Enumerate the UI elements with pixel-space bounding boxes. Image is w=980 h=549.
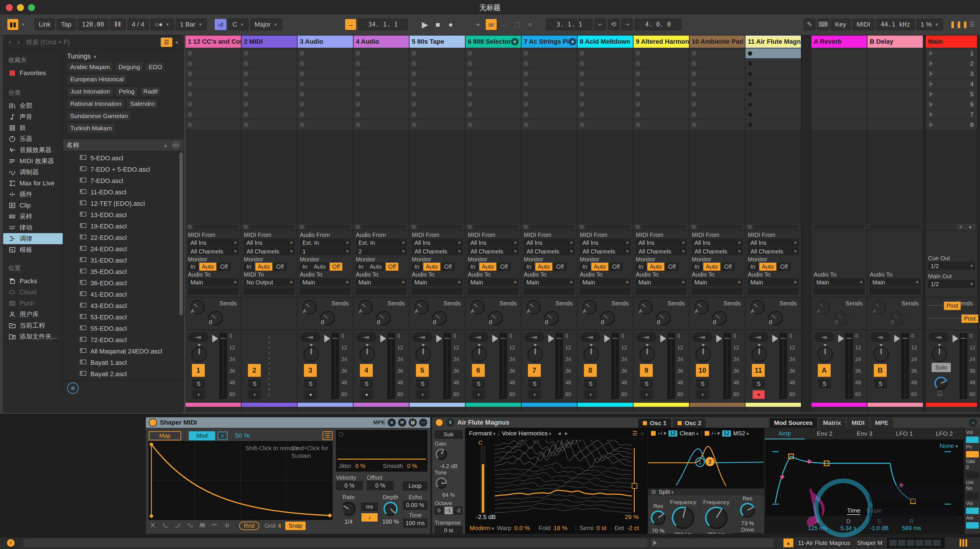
- file-item[interactable]: 41-EDO.ascl: [63, 289, 183, 300]
- solo-button[interactable]: S: [697, 379, 709, 389]
- clip-slot[interactable]: [522, 59, 577, 69]
- clip-slot[interactable]: [409, 79, 465, 89]
- volume-fader-handle[interactable]: [548, 335, 554, 343]
- volume-fader-handle[interactable]: [380, 335, 386, 343]
- track-activator-button[interactable]: 5: [416, 364, 429, 377]
- clip-slot[interactable]: [867, 79, 923, 89]
- clip-view-icon[interactable]: ⊞: [957, 224, 965, 230]
- stop-clips-row[interactable]: [811, 224, 867, 230]
- play-button[interactable]: ▶: [419, 19, 431, 30]
- clip-slot[interactable]: [242, 99, 297, 109]
- input-type-menu[interactable]: Ext. In: [300, 239, 351, 246]
- volume-fader-handle[interactable]: [953, 335, 958, 343]
- monitor-off-button[interactable]: Off: [218, 263, 231, 271]
- arm-button[interactable]: ●: [304, 390, 317, 399]
- clip-slot[interactable]: [353, 59, 409, 69]
- level-meter[interactable]: [331, 333, 339, 399]
- solo-button[interactable]: S: [417, 379, 429, 389]
- input-type-menu[interactable]: All Ins: [468, 239, 519, 246]
- clip-slot[interactable]: [689, 89, 745, 99]
- clip-slot[interactable]: [242, 48, 297, 59]
- clip-slot[interactable]: [633, 59, 689, 69]
- browser-forward-button[interactable]: ›: [14, 38, 23, 46]
- monitor-off-button[interactable]: Off: [666, 263, 678, 271]
- filter2-circuit-menu[interactable]: MS2: [733, 430, 749, 437]
- jitter-value[interactable]: 0 %: [355, 463, 365, 470]
- pan-knob[interactable]: [191, 346, 207, 362]
- arm-button[interactable]: ●: [361, 390, 373, 399]
- monitor-auto-button[interactable]: Auto: [591, 263, 608, 271]
- scene-play-icon[interactable]: [929, 61, 933, 66]
- clip-slot[interactable]: [186, 59, 241, 69]
- track-header[interactable]: 5 80s Tape: [409, 36, 465, 48]
- clip-slot[interactable]: [186, 109, 241, 120]
- tunings-filter-header[interactable]: Tunings ▼: [63, 49, 183, 62]
- clip-slot[interactable]: [811, 79, 867, 89]
- sidebar-item-mod[interactable]: 调制器: [7, 167, 63, 178]
- tag-filter[interactable]: Degung: [115, 62, 143, 72]
- level-meter[interactable]: [901, 333, 909, 399]
- monitor-auto-button[interactable]: Auto: [255, 263, 272, 271]
- send-b-knob[interactable]: B: [432, 311, 447, 325]
- output-menu[interactable]: Main: [300, 278, 351, 286]
- tag-filter[interactable]: Just Intonation: [67, 87, 113, 97]
- clip-slot[interactable]: [633, 109, 689, 120]
- send-a-knob[interactable]: A: [638, 300, 653, 314]
- clip-slot[interactable]: [466, 89, 521, 99]
- pan-knob[interactable]: [583, 346, 599, 362]
- file-item[interactable]: 5-EDO.ascl: [63, 152, 183, 164]
- monitor-off-button[interactable]: Off: [274, 263, 286, 271]
- pan-knob[interactable]: [360, 346, 375, 362]
- next-table-icon[interactable]: ▸: [565, 430, 568, 437]
- output-menu[interactable]: Main: [412, 278, 463, 286]
- clip-slot[interactable]: [578, 48, 633, 59]
- map-button[interactable]: Map: [149, 431, 181, 440]
- file-item[interactable]: 11-EDO.ascl: [63, 187, 183, 198]
- monitor-in-button[interactable]: In: [356, 263, 366, 271]
- mod-target-menu[interactable]: None: [939, 442, 958, 449]
- pan-knob[interactable]: [817, 346, 833, 362]
- octave-option[interactable]: 0: [434, 506, 443, 515]
- clip-slot[interactable]: [578, 79, 633, 89]
- output-channel-box[interactable]: [244, 287, 294, 295]
- plus-minus-toggle[interactable]: ±: [218, 432, 228, 440]
- clip-slot[interactable]: [689, 69, 745, 79]
- tag-filter[interactable]: Radif: [140, 87, 161, 97]
- meld-title-bar[interactable]: ⇧ Air Flute Magnus Osc 1Osc 2 Mod Source…: [432, 417, 980, 428]
- pan-knob[interactable]: [471, 346, 487, 362]
- res1-value[interactable]: 70 %: [650, 528, 667, 534]
- input-channel-menu[interactable]: All Channels: [188, 248, 239, 255]
- sidebar-item-addfolder[interactable]: 添加文件夹...: [7, 331, 63, 342]
- clip-slot[interactable]: [242, 120, 297, 130]
- clip-slot[interactable]: [578, 120, 633, 130]
- clip-slot[interactable]: [867, 69, 923, 79]
- send-a-knob[interactable]: A: [302, 300, 317, 314]
- scene-slot[interactable]: 4: [926, 79, 977, 89]
- scene-play-icon[interactable]: [929, 102, 933, 107]
- send-b-knob[interactable]: B: [768, 311, 783, 325]
- clip-slot[interactable]: [298, 99, 353, 109]
- track-activator-button[interactable]: 3: [304, 364, 317, 377]
- device-chain-labels[interactable]: 11-Air Flute MagnusShaper M: [798, 539, 889, 546]
- sidebar-item-dial[interactable]: 乐器: [7, 133, 63, 144]
- root-note-label[interactable]: C: [478, 440, 482, 446]
- clip-slot[interactable]: [633, 99, 689, 109]
- track-activator-button[interactable]: B: [874, 364, 887, 377]
- sidebar-item-favorites[interactable]: Favorites: [7, 68, 63, 79]
- sidebar-item-groove[interactable]: 律动: [7, 222, 63, 233]
- clip-slot[interactable]: [409, 120, 465, 130]
- clip-slot[interactable]: [298, 69, 353, 79]
- level-meter[interactable]: [220, 333, 227, 399]
- send-b-post-toggle[interactable]: Post: [961, 314, 978, 323]
- offset-value[interactable]: 0 %: [367, 481, 394, 490]
- filter2-type-icon[interactable]: /¬ ▾: [712, 430, 720, 436]
- clip-slot[interactable]: [353, 69, 409, 79]
- clip-slot[interactable]: [522, 48, 577, 59]
- wavetable-position-value[interactable]: 29 %: [625, 513, 639, 520]
- tag-filter[interactable]: EDO: [146, 62, 165, 72]
- back-to-arrangement-icon[interactable]: ←: [499, 19, 510, 30]
- curve-preset-icon[interactable]: [198, 522, 207, 528]
- send-a-knob[interactable]: A: [358, 300, 373, 314]
- cpu-meter[interactable]: 1 %▼: [916, 19, 943, 30]
- send-b-knob[interactable]: B: [208, 311, 223, 325]
